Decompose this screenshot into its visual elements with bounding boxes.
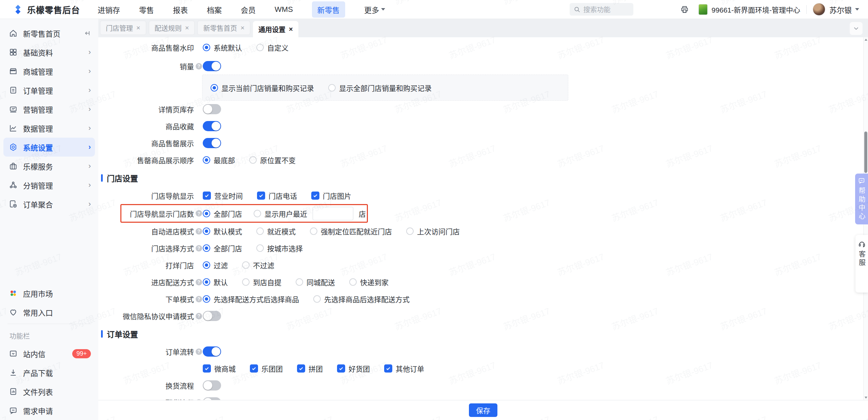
radio-goods-first[interactable]: 先选择商品后选择配送方式 (313, 294, 410, 304)
app-header: 乐檬零售后台 进销存 零售 报表 档案 会员 WMS 新零售 更多 搜索功能 9… (0, 0, 868, 19)
user-chevron-down-icon[interactable] (855, 8, 859, 11)
sidebar-item-basic-data[interactable]: 基础资料› (0, 43, 98, 62)
recent-store-count-input[interactable] (313, 207, 353, 220)
sales-toggle[interactable] (203, 61, 221, 71)
nav-item-jxc[interactable]: 进销存 (98, 4, 120, 15)
radio-system-default[interactable]: 系统默认 (203, 42, 242, 53)
close-icon[interactable]: × (289, 25, 293, 33)
help-center-tab[interactable]: 帮助中心 (855, 174, 868, 224)
exchange-flow-toggle[interactable] (203, 380, 221, 391)
order-flow-toggle[interactable] (203, 346, 221, 357)
sidebar-item-inbox[interactable]: 站内信 99+ (0, 344, 98, 363)
close-icon[interactable]: × (136, 24, 140, 32)
collapse-sidebar-icon[interactable] (83, 29, 91, 37)
help-icon[interactable]: ? (196, 279, 202, 285)
help-icon[interactable]: ? (196, 228, 202, 235)
close-icon[interactable]: × (240, 24, 244, 32)
tab-general-settings[interactable]: 通用设置× (253, 21, 298, 37)
nav-item-retail[interactable]: 零售 (139, 4, 154, 15)
nav-item-more[interactable]: 更多 (364, 4, 385, 15)
radio-recent-stores[interactable]: 显示用户最近 (254, 208, 307, 219)
help-icon[interactable]: ? (196, 210, 202, 217)
row-sales: 销量 ? (98, 58, 868, 75)
radio-nearby-mode[interactable]: 就近模式 (256, 226, 296, 236)
sidebar-item-favorites[interactable]: 常用入口 (0, 303, 98, 322)
wechat-privacy-toggle[interactable] (203, 311, 221, 321)
checkbox-business-hours[interactable]: 营业时间 (203, 191, 243, 201)
tab-new-retail-home[interactable]: 新零售首页× (197, 21, 250, 35)
radio-pickup[interactable]: 到店自提 (242, 277, 281, 287)
sidebar-item-mall[interactable]: 商城管理› (0, 62, 98, 81)
mail-icon (9, 349, 18, 358)
sidebar-item-lemon-service[interactable]: 乐檬服务› (0, 157, 98, 176)
nav-item-wms[interactable]: WMS (275, 5, 293, 14)
user-avatar[interactable] (813, 3, 825, 16)
radio-city-delivery[interactable]: 同城配送 (296, 277, 335, 287)
help-icon[interactable]: ? (196, 296, 202, 302)
printer-icon[interactable] (680, 5, 689, 14)
radio-by-city[interactable]: 按城市选择 (256, 243, 303, 253)
checkbox-store-phone[interactable]: 门店电话 (257, 191, 297, 201)
radio-express[interactable]: 快递到家 (349, 277, 389, 287)
scroll-down-arrow-icon[interactable] (865, 397, 867, 399)
radio-delivery-default[interactable]: 默认 (203, 277, 228, 287)
nav-item-member[interactable]: 会员 (241, 4, 256, 15)
scrollbar-thumb[interactable] (864, 132, 867, 173)
radio-all-store-sales[interactable]: 显示全部门店销量和购买记录 (328, 83, 432, 93)
save-button[interactable]: 保存 (469, 403, 497, 417)
search-box[interactable]: 搜索功能 (570, 3, 633, 16)
radio-current-store-sales[interactable]: 显示当前门店销量和购买记录 (211, 83, 314, 93)
sidebar-item-distribution[interactable]: 分销管理› (0, 176, 98, 195)
chevron-right-icon: › (88, 105, 91, 114)
user-name[interactable]: 苏尔银 (829, 4, 852, 15)
radio-filter[interactable]: 过滤 (203, 260, 228, 270)
close-icon[interactable]: × (185, 24, 189, 32)
chevron-down-icon (381, 8, 385, 11)
help-icon[interactable]: ? (196, 245, 202, 252)
detail-stock-toggle[interactable] (203, 104, 221, 114)
row-soldout-order: 售罄商品展示顺序 最底部 原位置不变 (98, 152, 868, 168)
checkbox-letuantuan[interactable]: 乐团团 (250, 363, 283, 374)
checkbox-haohuotuan[interactable]: 好货团 (337, 363, 370, 374)
sidebar-item-marketing[interactable]: 营销管理› (0, 100, 98, 119)
sidebar-item-home[interactable]: 新零售首页 (0, 24, 98, 43)
customer-service-tab[interactable]: 客服 (855, 235, 868, 293)
sidebar-item-app-market[interactable]: 应用市场 (0, 284, 98, 303)
customer-service-label: 客服 (859, 251, 865, 267)
radio-custom[interactable]: 自定义 (256, 42, 289, 53)
sidebar-item-system-settings[interactable]: 系统设置› (3, 138, 95, 157)
radio-keep-position[interactable]: 原位置不变 (249, 155, 296, 165)
nav-item-new-retail-active[interactable]: 新零售 (312, 1, 345, 18)
sidebar-item-order-aggregate[interactable]: 订单聚合› (0, 195, 98, 214)
help-icon[interactable]: ? (196, 313, 202, 319)
help-icon[interactable]: ? (196, 348, 202, 355)
nav-item-archive[interactable]: 档案 (207, 4, 222, 15)
radio-last-visited-mode[interactable]: 上次访问门店 (406, 226, 460, 236)
favorite-toggle[interactable] (203, 121, 221, 131)
checkbox-micro-mall[interactable]: 微商城 (203, 363, 236, 374)
tab-overflow-button[interactable] (850, 22, 863, 35)
radio-all-stores-count[interactable]: 全部门店 (203, 208, 242, 219)
scroll-up-arrow-icon[interactable] (865, 39, 867, 41)
help-icon[interactable]: ? (196, 63, 202, 69)
radio-no-filter[interactable]: 不过滤 (242, 260, 274, 270)
checkbox-pintuan[interactable]: 拼团 (297, 363, 323, 374)
sidebar-item-orders[interactable]: 订单管理› (0, 81, 98, 100)
soldout-display-toggle[interactable] (203, 138, 221, 148)
sidebar-item-product-download[interactable]: 产品下载 (0, 363, 98, 382)
tab-delivery-rules[interactable]: 配送规则× (149, 21, 195, 35)
tab-store-management[interactable]: 门店管理× (100, 21, 146, 35)
radio-bottom[interactable]: 最底部 (203, 155, 235, 165)
sidebar-item-file-list[interactable]: 文件列表 (0, 382, 98, 401)
radio-force-locate-mode[interactable]: 强制定位匹配就近门店 (310, 226, 392, 236)
radio-all-stores-select[interactable]: 全部门店 (203, 243, 242, 253)
nav-item-report[interactable]: 报表 (173, 4, 188, 15)
checkbox-other-orders[interactable]: 其他订单 (384, 363, 424, 374)
main-area: 门店管理× 配送规则× 新零售首页× 通用设置× 商品售罄水印 系统默认 自定义… (98, 19, 868, 420)
radio-default-mode[interactable]: 默认模式 (203, 226, 242, 236)
radio-delivery-first[interactable]: 先选择配送方式后选择商品 (203, 294, 299, 304)
sidebar-item-request[interactable]: 需求申请 (0, 401, 98, 420)
row-order-flow-types: 微商城 乐团团 拼团 好货团 其他订单 (98, 360, 868, 377)
sidebar-item-data[interactable]: 数据管理› (0, 119, 98, 138)
checkbox-store-photo[interactable]: 门店图片 (311, 191, 351, 201)
